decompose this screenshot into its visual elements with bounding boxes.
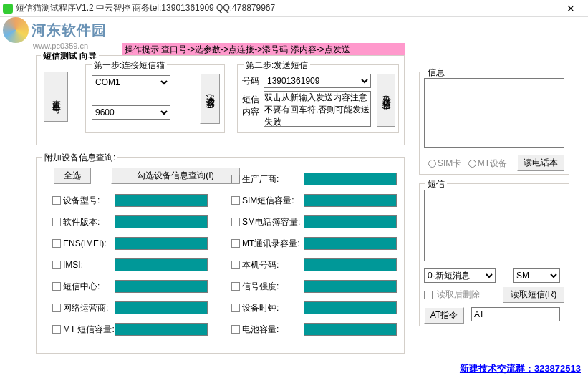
- sms-type-select[interactable]: 0-新短消息: [424, 268, 496, 283]
- lbl-operator: 网络运营商:: [63, 302, 115, 314]
- chk-signal[interactable]: [231, 282, 240, 291]
- val-operator: [115, 301, 208, 314]
- val-battery: [304, 323, 397, 336]
- lbl-sm-pb: SM电话簿容量:: [242, 216, 304, 228]
- chk-battery[interactable]: [231, 325, 240, 334]
- number-label: 号码: [242, 75, 259, 87]
- app-icon: [3, 4, 13, 14]
- val-mt-contacts: [304, 237, 397, 250]
- lbl-smsc: 短信中心:: [63, 281, 115, 293]
- lbl-own-num: 本机号码:: [242, 259, 304, 271]
- step2-title: 第二步:发送短信: [244, 59, 310, 72]
- query-button[interactable]: 勾选设备信息查询(I): [111, 168, 240, 184]
- chk-delete-after[interactable]: [424, 291, 433, 299]
- minimize-button[interactable]: —: [535, 4, 556, 14]
- val-device-model: [115, 194, 208, 207]
- val-sm-pb: [304, 215, 397, 228]
- lbl-sim-sms: SIM短信容量:: [242, 195, 304, 207]
- content-textarea[interactable]: 双击从新输入发送内容注意不要有回车符,否则可能发送失败: [264, 91, 371, 127]
- chk-operator[interactable]: [52, 304, 61, 312]
- watermark-name: 河东软件园: [32, 21, 107, 40]
- val-mfr: [304, 173, 397, 185]
- val-sw-ver: [115, 215, 208, 228]
- send-label: 发送短信(S): [380, 89, 392, 111]
- chk-sim-sms[interactable]: [231, 196, 240, 205]
- lbl-signal: 信号强度:: [242, 281, 304, 293]
- chk-clock[interactable]: [231, 304, 240, 312]
- info-title: 信息: [425, 67, 447, 79]
- val-signal: [304, 280, 397, 293]
- val-imsi: [115, 258, 208, 271]
- lbl-mfr: 生产厂商:: [242, 173, 304, 185]
- val-smsc: [115, 280, 208, 293]
- step1-group: 第一步:连接短信猫 COM1 9600 连接设备(C): [85, 64, 225, 133]
- query-group: 附加设备信息查询: 全选 勾选设备信息查询(I) 设备型号: 软件版本: ENS…: [36, 157, 405, 354]
- lbl-imsi: IMSI:: [63, 260, 115, 270]
- connect-button[interactable]: 连接设备(C): [200, 74, 220, 124]
- sms-group: 短信 0-新短消息 SM 读取后删除 读取短信(R) AT指令: [419, 183, 569, 326]
- watermark-icon: [3, 17, 29, 43]
- chk-mt-sms-cap[interactable]: [52, 325, 61, 334]
- chk-imsi[interactable]: [52, 261, 61, 269]
- sms-title: 短信: [425, 178, 447, 190]
- read-phonebook-button[interactable]: 读电话本: [517, 155, 564, 171]
- select-all-button[interactable]: 全选: [54, 168, 91, 184]
- val-imei: [115, 237, 208, 250]
- chk-mfr[interactable]: [231, 175, 240, 183]
- at-cmd-button[interactable]: AT指令: [424, 307, 464, 324]
- val-clock: [304, 301, 397, 314]
- send-button[interactable]: 发送短信(S): [377, 74, 395, 127]
- read-sms-button[interactable]: 读取短信(R): [503, 286, 564, 303]
- info-group: 信息 SIM卡 MT设备 读电话本: [419, 72, 569, 175]
- chk-device-model[interactable]: [52, 196, 61, 205]
- radio-mt-label: MT设备: [478, 158, 507, 168]
- query-title: 附加设备信息查询:: [42, 152, 117, 164]
- radio-sim[interactable]: [428, 160, 436, 168]
- val-mt-sms-cap: [115, 323, 208, 336]
- watermark-url: www.pc0359.cn: [33, 42, 88, 50]
- wizard-group: 短信测试 向导 查看串口号 第一步:连接短信猫 COM1 9600 连接设备(C…: [36, 55, 405, 145]
- com-select[interactable]: COM1: [92, 75, 170, 89]
- number-select[interactable]: 13901361909: [264, 74, 371, 88]
- chk-own-num[interactable]: [231, 261, 240, 269]
- lbl-device-model: 设备型号:: [63, 195, 115, 207]
- radio-sim-label: SIM卡: [438, 158, 461, 168]
- lbl-mt-sms-cap: MT 短信容量:: [63, 324, 115, 336]
- watermark: 河东软件园 www.pc0359.cn: [0, 13, 150, 47]
- sms-textarea[interactable]: [424, 190, 564, 261]
- view-port-button[interactable]: 查看串口号: [44, 72, 68, 122]
- step2-group: 第二步:发送短信 号码 13901361909 短信内容 双击从新输入发送内容注…: [237, 64, 399, 133]
- chk-sm-pb[interactable]: [231, 218, 240, 226]
- val-own-num: [304, 258, 397, 271]
- lbl-mt-contacts: MT通讯录容量:: [242, 238, 304, 250]
- lbl-imei: ENS(IMEI):: [63, 238, 115, 248]
- wizard-title: 短信测试 向导: [41, 50, 99, 62]
- lbl-clock: 设备时钟:: [242, 302, 304, 314]
- connect-label: 连接设备(C): [204, 88, 216, 110]
- chk-smsc[interactable]: [52, 282, 61, 291]
- chk-delete-label: 读取后删除: [437, 289, 480, 299]
- sms-storage-select[interactable]: SM: [513, 268, 560, 283]
- footer-link[interactable]: 新建技术交流群：323872513: [460, 362, 581, 375]
- chk-imei[interactable]: [52, 239, 61, 248]
- close-button[interactable]: ✕: [556, 3, 585, 14]
- chk-sw-ver[interactable]: [52, 218, 61, 226]
- hint-bar: 操作提示 查口号->选参数->点连接->添号码 添内容->点发送: [122, 43, 405, 56]
- info-textarea[interactable]: [424, 78, 564, 148]
- step1-title: 第一步:连接短信猫: [92, 59, 167, 72]
- lbl-battery: 电池容量:: [242, 324, 304, 336]
- view-port-label: 查看串口号: [50, 93, 62, 100]
- baud-select[interactable]: 9600: [92, 105, 170, 120]
- val-sim-sms: [304, 194, 397, 207]
- chk-mt-contacts[interactable]: [231, 239, 240, 248]
- at-input[interactable]: [471, 307, 560, 321]
- lbl-sw-ver: 软件版本:: [63, 216, 115, 228]
- radio-mt[interactable]: [468, 160, 476, 168]
- content-label: 短信内容: [242, 94, 262, 118]
